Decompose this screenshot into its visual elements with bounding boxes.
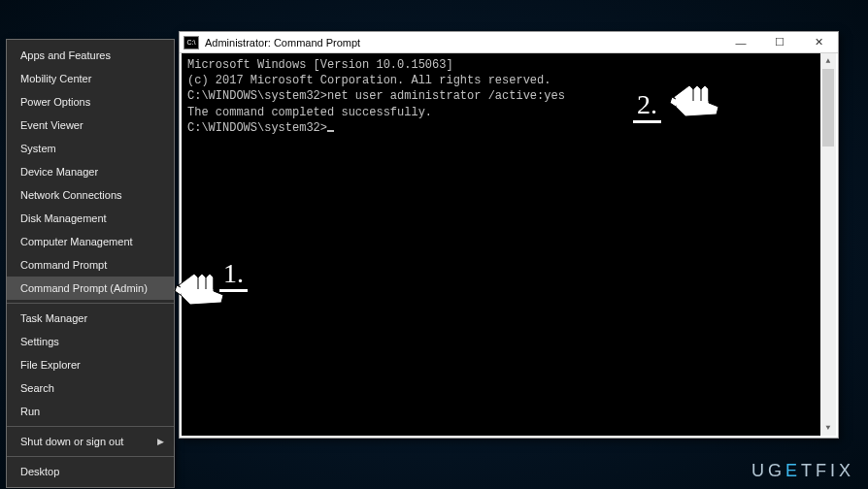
console-prompt-text: C:\WINDOWS\system32>: [187, 121, 327, 135]
watermark: UGETFIX: [751, 461, 854, 481]
watermark-pre: UG: [751, 461, 785, 480]
console-line: C:\WINDOWS\system32>net user administrat…: [187, 88, 830, 104]
menu-item-system[interactable]: System: [7, 137, 174, 160]
menu-item-event-viewer[interactable]: Event Viewer: [7, 114, 174, 137]
menu-item-settings[interactable]: Settings: [7, 330, 174, 353]
menu-item-label: Computer Management: [20, 236, 133, 247]
menu-item-label: Run: [20, 406, 40, 417]
watermark-post: TFIX: [801, 461, 854, 480]
menu-item-label: Disk Management: [20, 212, 107, 224]
menu-item-disk-management[interactable]: Disk Management: [7, 207, 174, 230]
menu-item-label: Device Manager: [20, 166, 98, 178]
menu-item-label: Shut down or sign out: [20, 436, 123, 447]
winx-menu[interactable]: Apps and Features Mobility Center Power …: [6, 39, 175, 488]
watermark-mid: E: [785, 461, 801, 480]
menu-separator: [7, 456, 174, 457]
cmd-titlebar[interactable]: C:\ Administrator: Command Prompt — ☐ ✕: [180, 32, 838, 53]
console-cursor: [327, 130, 334, 132]
menu-item-search[interactable]: Search: [7, 376, 174, 400]
menu-item-label: Command Prompt: [20, 259, 107, 271]
menu-item-run[interactable]: Run: [7, 400, 174, 423]
menu-item-desktop[interactable]: Desktop: [7, 460, 174, 483]
console-prompt-line: C:\WINDOWS\system32>: [187, 120, 830, 136]
minimize-icon: —: [736, 37, 747, 49]
menu-item-label: Power Options: [20, 96, 90, 108]
chevron-right-icon: ▶: [157, 437, 164, 446]
menu-item-task-manager[interactable]: Task Manager: [7, 307, 174, 330]
console-line: (c) 2017 Microsoft Corporation. All righ…: [187, 73, 830, 88]
menu-item-label: System: [20, 143, 56, 154]
menu-item-label: File Explorer: [20, 359, 81, 371]
console-scrollbar[interactable]: ▲ ▼: [820, 53, 836, 436]
menu-separator: [7, 303, 174, 304]
menu-item-command-prompt-admin[interactable]: Command Prompt (Admin): [7, 277, 174, 300]
menu-item-file-explorer[interactable]: File Explorer: [7, 353, 174, 376]
menu-separator: [7, 426, 174, 427]
cmd-console-area[interactable]: Microsoft Windows [Version 10.0.15063] (…: [180, 53, 838, 438]
menu-item-shut-down-or-sign-out[interactable]: Shut down or sign out ▶: [7, 430, 174, 453]
maximize-button[interactable]: ☐: [760, 32, 799, 53]
close-button[interactable]: ✕: [799, 32, 838, 53]
scroll-up-button[interactable]: ▲: [820, 53, 836, 69]
maximize-icon: ☐: [775, 36, 785, 49]
menu-item-power-options[interactable]: Power Options: [7, 90, 174, 114]
console-line: Microsoft Windows [Version 10.0.15063]: [187, 57, 830, 73]
command-prompt-window[interactable]: C:\ Administrator: Command Prompt — ☐ ✕ …: [179, 31, 839, 439]
menu-item-label: Settings: [20, 336, 59, 347]
menu-item-command-prompt[interactable]: Command Prompt: [7, 253, 174, 277]
close-icon: ✕: [815, 36, 823, 49]
menu-item-label: Apps and Features: [20, 49, 111, 61]
menu-item-mobility-center[interactable]: Mobility Center: [7, 67, 174, 90]
menu-item-label: Network Connections: [20, 189, 122, 201]
menu-item-label: Search: [20, 382, 54, 394]
cmd-icon: C:\: [184, 36, 199, 49]
menu-item-computer-management[interactable]: Computer Management: [7, 230, 174, 253]
minimize-button[interactable]: —: [721, 32, 760, 53]
menu-item-label: Desktop: [20, 466, 59, 477]
menu-item-label: Mobility Center: [20, 73, 91, 84]
window-title: Administrator: Command Prompt: [205, 37, 721, 49]
scroll-thumb[interactable]: [822, 69, 834, 147]
menu-item-label: Task Manager: [20, 312, 87, 324]
scroll-down-button[interactable]: ▼: [820, 420, 836, 436]
menu-item-label: Event Viewer: [20, 119, 83, 131]
console-line: The command completed successfully.: [187, 105, 830, 120]
menu-item-network-connections[interactable]: Network Connections: [7, 183, 174, 207]
menu-item-apps-and-features[interactable]: Apps and Features: [7, 44, 174, 67]
cmd-icon-label: C:\: [187, 39, 196, 46]
menu-item-device-manager[interactable]: Device Manager: [7, 160, 174, 183]
menu-item-label: Command Prompt (Admin): [20, 282, 148, 294]
